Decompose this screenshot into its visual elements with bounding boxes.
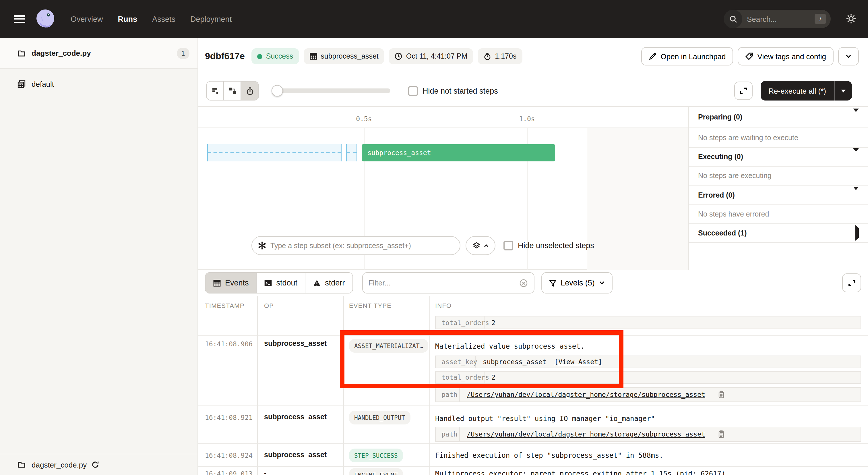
view-tags-config-button[interactable]: View tags and config bbox=[738, 47, 834, 65]
hamburger-menu-icon[interactable] bbox=[14, 15, 25, 23]
event-type-badge: STEP_SUCCESS bbox=[349, 449, 403, 463]
panel-section-succeeded[interactable]: Succeeded (1) bbox=[689, 224, 868, 243]
tab-events[interactable]: Events bbox=[206, 273, 257, 293]
clear-filter-icon[interactable] bbox=[519, 278, 528, 288]
graph-query-toggle-button[interactable] bbox=[466, 236, 495, 255]
view-mode-timed-icon[interactable] bbox=[241, 82, 258, 100]
waiting-dashed-line bbox=[208, 152, 341, 153]
copy-icon[interactable] bbox=[718, 391, 725, 398]
tab-stdout[interactable]: stdout bbox=[257, 273, 306, 293]
col-header-event-type: EVENT TYPE bbox=[349, 296, 392, 315]
dagster-logo-icon[interactable] bbox=[35, 9, 56, 29]
caret-down-icon bbox=[853, 109, 859, 122]
log-filter-input[interactable] bbox=[368, 278, 519, 287]
gantt-view-mode-segmented bbox=[206, 81, 259, 100]
chevron-down-icon bbox=[599, 280, 605, 286]
nav-overview[interactable]: Overview bbox=[71, 14, 103, 23]
view-mode-flat-icon[interactable] bbox=[207, 82, 224, 100]
layers-icon bbox=[472, 241, 480, 249]
event-type-badge: ENGINE_EVENT bbox=[349, 468, 403, 475]
sidebar-item-default[interactable]: default bbox=[0, 76, 197, 92]
hide-not-started-label: Hide not started steps bbox=[423, 86, 498, 95]
metadata-value: /Users/yuhan/dev/local/dagster_home/stor… bbox=[460, 427, 732, 441]
levels-filter-button[interactable]: Levels (5) bbox=[541, 272, 613, 294]
waiting-dashed-line bbox=[347, 152, 356, 153]
step-subset-input[interactable] bbox=[270, 241, 443, 249]
panel-section-preparing[interactable]: Preparing (0) bbox=[689, 107, 868, 128]
gear-icon[interactable] bbox=[846, 13, 857, 24]
events-fullscreen-button[interactable] bbox=[842, 273, 861, 292]
path-link[interactable]: /Users/yuhan/dev/local/dagster_home/stor… bbox=[467, 391, 705, 398]
step-waiting-marker bbox=[207, 144, 342, 161]
hide-unselected-checkbox[interactable] bbox=[503, 241, 513, 250]
view-asset-link[interactable]: [View Asset] bbox=[555, 358, 602, 366]
sidebar-footer: dagster_code.py bbox=[0, 454, 197, 475]
metadata-row-path: path /Users/yuhan/dev/local/dagster_home… bbox=[435, 387, 861, 402]
gantt-canvas: 0.5s 1.0s subprocess_asset bbox=[198, 107, 688, 270]
view-mode-waterfall-icon[interactable] bbox=[224, 82, 241, 100]
left-sidebar: dagster_code.py 1 default dagster_code.p… bbox=[0, 38, 198, 475]
column-divider bbox=[343, 296, 344, 475]
global-search[interactable]: / bbox=[724, 10, 831, 28]
tab-stderr[interactable]: stderr bbox=[305, 273, 352, 293]
run-status-badge: Success bbox=[252, 48, 299, 64]
reexecute-split-button: Re-execute all (*) bbox=[761, 81, 852, 100]
panel-section-errored[interactable]: Errored (0) bbox=[689, 185, 868, 205]
metadata-key: asset_key bbox=[436, 356, 476, 367]
refresh-icon[interactable] bbox=[91, 461, 99, 469]
event-op: subprocess_asset bbox=[264, 339, 327, 348]
reexecute-all-button[interactable]: Re-execute all (*) bbox=[761, 86, 834, 95]
row-divider bbox=[198, 406, 868, 406]
folder-icon bbox=[17, 49, 26, 57]
run-actions-chevron-button[interactable] bbox=[838, 47, 859, 65]
step-subset-row: Hide unselected steps bbox=[198, 236, 688, 255]
log-filter-field[interactable] bbox=[362, 272, 534, 294]
clock-icon bbox=[395, 52, 403, 60]
caret-right-icon bbox=[856, 225, 859, 241]
event-op: subprocess_asset bbox=[264, 413, 327, 421]
events-toolbar: Events stdout stderr bbox=[198, 270, 868, 296]
search-icon bbox=[724, 10, 742, 28]
panel-section-executing[interactable]: Executing (0) bbox=[689, 148, 868, 167]
column-divider bbox=[257, 296, 258, 475]
warning-triangle-icon bbox=[313, 279, 321, 287]
row-divider bbox=[198, 466, 868, 467]
column-divider bbox=[429, 296, 430, 475]
nav-runs[interactable]: Runs bbox=[118, 14, 137, 23]
caret-up-icon bbox=[483, 243, 489, 248]
open-in-launchpad-button[interactable]: Open in Launchpad bbox=[641, 47, 733, 65]
run-duration-pill: 1.170s bbox=[477, 48, 522, 64]
col-header-info: INFO bbox=[435, 296, 452, 315]
tag-icon bbox=[745, 52, 753, 60]
reexecute-options-button[interactable] bbox=[835, 89, 852, 92]
slider-track[interactable] bbox=[273, 88, 391, 93]
run-job-pill[interactable]: subprocess_asset bbox=[303, 48, 384, 64]
nav-deployment[interactable]: Deployment bbox=[190, 14, 231, 23]
run-start-time-pill: Oct 11, 4:41:07 PM bbox=[389, 48, 473, 64]
funnel-icon bbox=[549, 279, 557, 287]
copy-icon[interactable] bbox=[718, 430, 725, 438]
event-timestamp: 16:41:08.906 bbox=[205, 340, 253, 348]
metadata-row-asset-key: asset_key subprocess_asset [View Asset] bbox=[435, 356, 861, 368]
event-timestamp: 16:41:09.013 bbox=[205, 470, 253, 475]
gantt-zoom-slider[interactable] bbox=[273, 85, 391, 96]
path-link[interactable]: /Users/yuhan/dev/local/dagster_home/stor… bbox=[467, 430, 705, 438]
metadata-value: 2 bbox=[485, 317, 502, 329]
search-input[interactable] bbox=[747, 14, 801, 23]
gantt-step-bar[interactable]: subprocess_asset bbox=[362, 144, 555, 161]
gantt-fullscreen-button[interactable] bbox=[734, 82, 752, 100]
hide-not-started-checkbox[interactable] bbox=[408, 86, 418, 96]
metadata-key: path bbox=[436, 427, 460, 441]
run-header: 9dbf617e Success subprocess_asset Oct 11… bbox=[198, 38, 868, 75]
main-nav: Overview Runs Assets Deployment bbox=[71, 14, 231, 23]
table-grid-icon bbox=[213, 279, 221, 287]
slider-knob[interactable] bbox=[272, 85, 283, 96]
event-message: Materialized value subprocess_asset. bbox=[435, 342, 584, 350]
header-divider bbox=[198, 315, 868, 315]
step-subset-field[interactable] bbox=[251, 236, 460, 255]
terminal-icon bbox=[265, 279, 272, 287]
panel-body: No steps have errored bbox=[689, 205, 868, 224]
nav-assets[interactable]: Assets bbox=[152, 14, 175, 23]
event-type-badge: HANDLED_OUTPUT bbox=[349, 411, 410, 424]
code-location-header[interactable]: dagster_code.py 1 bbox=[0, 38, 197, 69]
